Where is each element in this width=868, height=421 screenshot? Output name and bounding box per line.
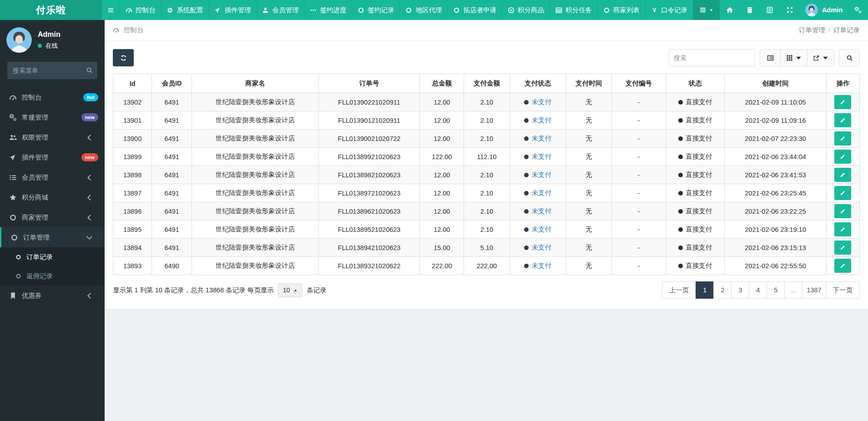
edit-button[interactable] [834, 113, 851, 127]
cell-order_no: FLL01390121020911 [318, 111, 419, 130]
list-dropdown-button[interactable] [693, 0, 720, 20]
pay-status-link[interactable]: 未支付 [531, 262, 551, 269]
nav-item-sign-record[interactable]: 签约记录 [352, 0, 400, 20]
pay-status-link[interactable]: 未支付 [531, 153, 551, 160]
settings-button[interactable] [848, 0, 868, 20]
page-3-button[interactable]: 3 [731, 281, 749, 299]
sidebar-item-order-manage[interactable]: 订单管理 [0, 227, 105, 247]
edit-button[interactable] [834, 150, 851, 164]
edit-button[interactable] [834, 131, 851, 145]
column-header-merchant: 商家名 [192, 74, 319, 93]
pay-status-link[interactable]: 未支付 [531, 116, 551, 124]
nav-item-label: 口令记录 [661, 6, 687, 15]
circle-icon [453, 7, 460, 14]
edit-button[interactable] [834, 259, 851, 273]
cell-id: 13900 [113, 130, 152, 148]
edit-button[interactable] [834, 241, 851, 255]
admin-menu[interactable]: Admin [800, 0, 848, 20]
caret-down-icon [709, 8, 713, 12]
cell-merchant: 世纪陆壹捌美妆形象设计店 [192, 239, 319, 257]
nav-item-system-config[interactable]: 系统配置 [161, 0, 209, 20]
circle-icon [405, 7, 412, 14]
fullscreen-button[interactable] [780, 0, 800, 20]
prev-page-button[interactable]: 上一页 [662, 281, 696, 299]
cell-action [826, 239, 859, 257]
new-badge: new [81, 113, 98, 121]
edit-button[interactable] [834, 222, 851, 236]
nav-item-sidebar-toggle[interactable] [102, 0, 120, 20]
nav-item-region-agent[interactable]: 地区代理 [400, 0, 448, 20]
cell-pay_no: - [611, 184, 666, 202]
sidebar-subitem-order-record[interactable]: 订单记录 [0, 247, 105, 266]
pay-status-link[interactable]: 未支付 [531, 226, 551, 233]
columns-button[interactable] [780, 49, 807, 66]
documents-button[interactable] [760, 0, 780, 20]
pay-status-link[interactable]: 未支付 [531, 135, 551, 142]
sidebar-item-plugin-manage[interactable]: 插件管理new [0, 147, 105, 167]
nav-item-plugin-manage[interactable]: 插件管理 [209, 0, 257, 20]
breadcrumb-section[interactable]: 控制台 [113, 26, 144, 35]
user-status: 在线 [38, 42, 61, 50]
edit-button[interactable] [834, 95, 851, 109]
trash-button[interactable] [740, 0, 760, 20]
cell-paid: 2.10 [464, 166, 510, 184]
edit-button[interactable] [834, 168, 851, 182]
nav-item-sign-progress[interactable]: 签约进度 [304, 0, 352, 20]
table-header-row: Id会员ID商家名订单号总金额支付金额支付状态支付时间支付编号状态创建时间操作 [113, 74, 860, 93]
sidebar-item-label: 插件管理 [22, 153, 48, 162]
sidebar-item-member-manage[interactable]: 会员管理 [0, 167, 105, 187]
pencil-icon [840, 172, 846, 178]
nav-item-member-manage[interactable]: 会员管理 [257, 0, 304, 20]
nav-item-merchant-list[interactable]: 商家列表 [598, 0, 646, 20]
table-row: 138946491世纪陆壹捌美妆形象设计店FLL0138942102062315… [113, 239, 860, 257]
nav-item-points-goods[interactable]: P积分商品 [502, 0, 550, 20]
page-1387-button[interactable]: 1387 [802, 281, 826, 299]
sidebar-item-merchant-manage[interactable]: 商家管理 [0, 207, 105, 227]
page-4-button[interactable]: 4 [749, 281, 767, 299]
sidebar-item-points-mall[interactable]: 积分商城 [0, 187, 105, 207]
breadcrumb-parent[interactable]: 订单管理 [799, 26, 825, 34]
top-navbar: 付乐啦 控制台系统配置插件管理会员管理签约进度签约记录地区代理拓店者申请P积分商… [0, 0, 868, 20]
refresh-button[interactable] [113, 49, 134, 66]
edit-button[interactable] [834, 186, 851, 200]
users-icon [9, 134, 17, 141]
cell-pay_time: 无 [566, 93, 611, 111]
nav-item-points-task[interactable]: 积分任务 [550, 0, 598, 20]
pay-status-link[interactable]: 未支付 [531, 244, 551, 251]
sidebar-item-general-manage[interactable]: 常规管理new [0, 107, 105, 127]
pay-status-link[interactable]: 未支付 [531, 189, 551, 196]
ellipsis-icon [310, 7, 317, 14]
cell-pay_status: 未支付 [510, 166, 566, 184]
pencil-icon [840, 99, 846, 105]
sidebar-subitem-rebate-record[interactable]: 返佣记录 [0, 266, 105, 286]
home-button[interactable] [720, 0, 740, 20]
export-button[interactable] [807, 49, 834, 66]
page-2-button[interactable]: 2 [713, 281, 732, 299]
sidebar-item-auth-manage[interactable]: 权限管理 [0, 127, 105, 147]
column-header-status: 状态 [666, 74, 725, 93]
admin-label: Admin [822, 6, 843, 14]
sidebar-item-coupon[interactable]: 优惠券 [0, 286, 105, 306]
breadcrumb-section-label: 控制台 [124, 26, 144, 35]
pay-status-link[interactable]: 未支付 [531, 98, 551, 105]
detail-view-button[interactable] [760, 49, 781, 66]
page-5-button[interactable]: 5 [767, 281, 785, 299]
table-search-input[interactable] [669, 49, 755, 66]
nav-item-console[interactable]: 控制台 [120, 0, 161, 20]
page-1-button[interactable]: 1 [696, 281, 714, 299]
next-page-button[interactable]: 下一页 [826, 281, 860, 299]
menu-search-input[interactable] [7, 62, 97, 79]
nav-item-passcode-record[interactable]: ¥口令记录 [646, 0, 693, 20]
dashboard-icon [113, 27, 120, 34]
cell-id: 13897 [113, 184, 152, 202]
pay-status-link[interactable]: 未支付 [531, 207, 551, 215]
brand-logo[interactable]: 付乐啦 [0, 0, 102, 20]
search-button[interactable] [839, 49, 860, 66]
pay-status-link[interactable]: 未支付 [531, 171, 551, 178]
cell-paid: 2.10 [464, 221, 510, 239]
page-size-select[interactable]: 10 [278, 283, 303, 297]
edit-button[interactable] [834, 204, 851, 218]
cell-action [826, 184, 859, 202]
nav-item-shop-apply[interactable]: 拓店者申请 [448, 0, 502, 20]
sidebar-item-console[interactable]: 控制台hot [0, 87, 105, 107]
